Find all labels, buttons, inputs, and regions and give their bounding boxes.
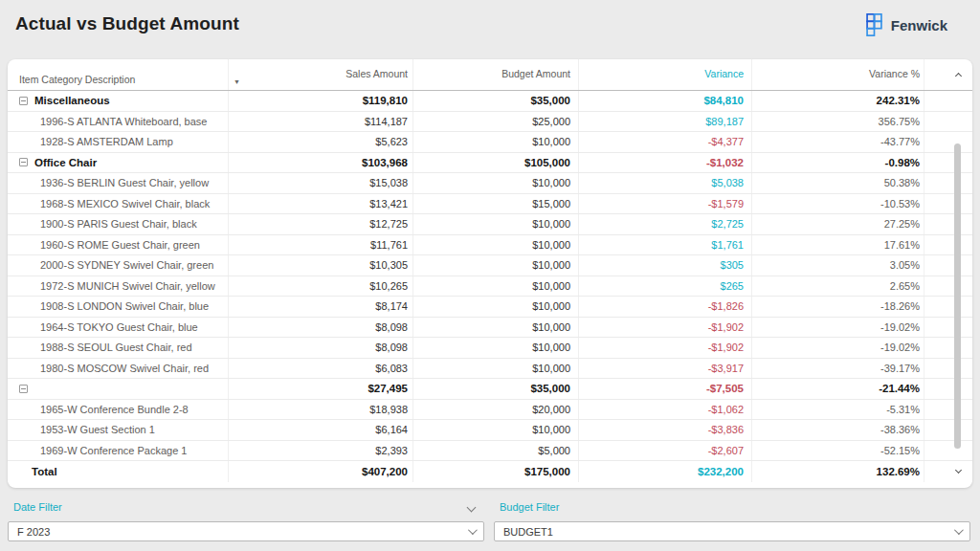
row-spacer: [924, 318, 972, 338]
row-spacer: [924, 441, 972, 461]
total-row[interactable]: Total$407,200$175,000$232,200132.69%: [8, 461, 972, 482]
row-label: 1968-S MEXICO Swivel Chair, black: [40, 198, 210, 209]
table-row[interactable]: 1968-S MEXICO Swivel Chair, black$13,421…: [8, 194, 972, 215]
variance-pct-cell: 27.25%: [751, 214, 924, 234]
table-row[interactable]: Miscellaneous$119,810$35,000$84,810242.3…: [8, 91, 972, 112]
column-header-item-category[interactable]: Item Category Description: [8, 59, 228, 90]
sales-amount-cell: $10,305: [228, 255, 412, 276]
brand: Fenwick: [864, 12, 947, 37]
row-spacer: [924, 297, 972, 317]
variance-cell: $1,761: [578, 235, 751, 255]
variance-pct-cell: -52.15%: [751, 441, 924, 461]
column-header-variance[interactable]: Variance: [578, 59, 751, 90]
table-row[interactable]: 1980-S MOSCOW Swivel Chair, red$6,083$10…: [8, 359, 972, 380]
row-label: 1900-S PARIS Guest Chair, black: [40, 218, 197, 230]
date-filter-dropdown[interactable]: F 2023: [8, 521, 484, 541]
table-row[interactable]: Office Chair$103,968$105,000-$1,032-0.98…: [8, 153, 972, 174]
variance-cell: -$1,902: [578, 318, 751, 338]
item-category-cell: 1972-S MUNICH Swivel Chair, yellow: [8, 276, 228, 297]
sales-amount-cell: $6,083: [228, 359, 412, 379]
table-row[interactable]: 1969-W Conference Package 1$2,393$5,000-…: [8, 441, 972, 462]
item-category-cell: 1969-W Conference Package 1: [8, 441, 228, 461]
variance-cell: $265: [578, 276, 751, 297]
scroll-down-icon[interactable]: [954, 467, 962, 474]
variance-pct-cell: -43.77%: [751, 132, 924, 152]
item-category-cell: Office Chair: [8, 153, 228, 173]
budget-amount-cell: $35,000: [412, 91, 578, 111]
column-header-sales-amount[interactable]: Sales Amount: [228, 59, 412, 90]
table-row[interactable]: 1996-S ATLANTA Whiteboard, base$114,187$…: [8, 112, 972, 133]
budget-filter-label: Budget Filter: [500, 501, 559, 513]
table-row[interactable]: 1953-W Guest Section 1$6,164$10,000-$3,8…: [8, 420, 972, 441]
row-spacer: [924, 194, 972, 214]
budget-filter-dropdown[interactable]: BUDGET1: [494, 521, 970, 541]
sales-amount-cell: $103,968: [228, 153, 412, 173]
column-header-budget-amount[interactable]: Budget Amount: [412, 59, 578, 90]
row-spacer: [924, 379, 972, 399]
collapse-minus-icon[interactable]: [19, 158, 28, 166]
sales-amount-cell: $12,725: [228, 214, 412, 234]
row-label: 1972-S MUNICH Swivel Chair, yellow: [40, 280, 215, 292]
variance-pct-cell: 3.05%: [751, 255, 924, 276]
table-row[interactable]: $27,495$35,000-$7,505-21.44%: [8, 379, 972, 400]
table-row[interactable]: 1988-S SEOUL Guest Chair, red$8,098$10,0…: [8, 338, 972, 359]
row-label: 1928-S AMSTERDAM Lamp: [40, 136, 173, 147]
row-label: 1908-S LONDON Swivel Chair, blue: [40, 300, 209, 312]
table-row[interactable]: 1960-S ROME Guest Chair, green$11,761$10…: [8, 235, 972, 256]
row-spacer: [924, 132, 972, 152]
budget-amount-cell: $10,000: [412, 276, 578, 297]
table-row[interactable]: 1972-S MUNICH Swivel Chair, yellow$10,26…: [8, 276, 972, 298]
date-filter-collapse-chevron-icon[interactable]: [467, 503, 477, 513]
variance-pct-cell: 50.38%: [751, 173, 924, 193]
vertical-scrollbar[interactable]: [953, 67, 963, 480]
sort-descending-icon[interactable]: ▼: [234, 78, 240, 85]
sales-amount-cell: $11,761: [228, 235, 412, 255]
budget-amount-cell: $10,000: [412, 235, 578, 255]
row-label: 2000-S SYDNEY Swivel Chair, green: [40, 259, 213, 271]
budget-filter-value: BUDGET1: [503, 526, 553, 538]
variance-pct-cell: -19.02%: [751, 318, 924, 338]
collapse-minus-icon[interactable]: [19, 97, 28, 105]
row-spacer: [924, 461, 972, 482]
table-row[interactable]: 1965-W Conference Bundle 2-8$18,938$20,0…: [8, 400, 972, 421]
table-row[interactable]: 1928-S AMSTERDAM Lamp$5,623$10,000-$4,37…: [8, 132, 972, 153]
row-label: 1969-W Conference Package 1: [40, 445, 187, 456]
table-header: Item Category Description Sales Amount B…: [8, 59, 972, 91]
sales-amount-cell: $15,038: [228, 173, 412, 193]
row-spacer: [924, 153, 972, 173]
variance-cell: -$1,579: [578, 194, 751, 214]
brand-name: Fenwick: [891, 17, 947, 33]
variance-pct-cell: -5.31%: [751, 400, 924, 420]
table-body: Miscellaneous$119,810$35,000$84,810242.3…: [8, 91, 972, 482]
budget-amount-cell: $25,000: [412, 112, 578, 132]
column-header-variance-pct[interactable]: Variance %: [751, 59, 924, 90]
item-category-cell: 1908-S LONDON Swivel Chair, blue: [8, 297, 228, 317]
item-category-cell: 1953-W Guest Section 1: [8, 420, 228, 440]
item-category-cell: 1900-S PARIS Guest Chair, black: [8, 214, 228, 234]
scrollbar-thumb[interactable]: [954, 143, 961, 449]
sales-amount-cell: $27,495: [228, 379, 412, 399]
scroll-up-icon[interactable]: [954, 71, 962, 78]
page-title: Actual vs Budget Amount: [15, 13, 239, 34]
table-row[interactable]: 1964-S TOKYO Guest Chair, blue$8,098$10,…: [8, 318, 972, 339]
table-row[interactable]: 1900-S PARIS Guest Chair, black$12,725$1…: [8, 214, 972, 235]
row-label: 1996-S ATLANTA Whiteboard, base: [40, 116, 207, 127]
table-row[interactable]: 1908-S LONDON Swivel Chair, blue$8,174$1…: [8, 297, 972, 318]
item-category-cell: 1968-S MEXICO Swivel Chair, black: [8, 194, 228, 214]
collapse-minus-icon[interactable]: [19, 385, 28, 393]
variance-cell: $232,200: [578, 461, 751, 482]
row-label: Total: [32, 466, 57, 477]
budget-amount-cell: $20,000: [412, 400, 578, 420]
variance-cell: $305: [578, 255, 751, 276]
budget-amount-cell: $5,000: [412, 441, 578, 461]
fenwick-logo-icon: [864, 12, 884, 37]
table-row[interactable]: 1936-S BERLIN Guest Chair, yellow$15,038…: [8, 173, 972, 194]
table-row[interactable]: 2000-S SYDNEY Swivel Chair, green$10,305…: [8, 255, 972, 276]
budget-amount-cell: $10,000: [412, 132, 578, 152]
budget-amount-cell: $10,000: [412, 318, 578, 338]
row-spacer: [924, 276, 972, 297]
sales-amount-cell: $5,623: [228, 132, 412, 152]
row-spacer: [924, 112, 972, 132]
item-category-cell: 1988-S SEOUL Guest Chair, red: [8, 338, 228, 358]
row-spacer: [924, 420, 972, 440]
